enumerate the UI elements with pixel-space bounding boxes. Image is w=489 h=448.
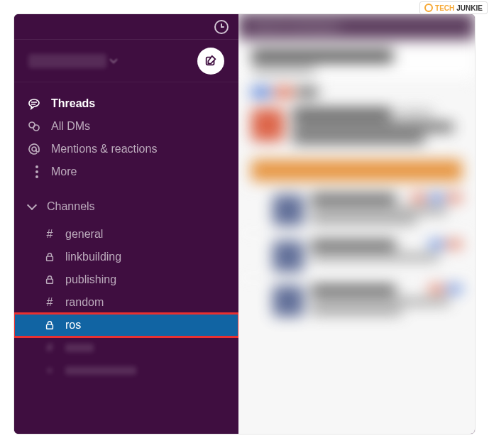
svg-rect-7 <box>47 279 53 283</box>
svg-rect-8 <box>47 324 53 329</box>
workspace-name <box>28 54 116 68</box>
tag <box>297 88 318 97</box>
nav-mentions[interactable]: Mentions & reactions <box>14 138 238 160</box>
preview-block <box>238 233 475 278</box>
nav-threads[interactable]: Threads <box>14 92 238 115</box>
channel-label: publishing <box>65 273 116 286</box>
watermark-logo <box>424 4 433 12</box>
more-icon <box>27 165 41 179</box>
preview-thumb <box>273 195 304 226</box>
channel-list: # general linkbuilding <box>14 219 238 382</box>
nav-mentions-label: Mentions & reactions <box>51 143 157 155</box>
svg-rect-6 <box>47 256 53 261</box>
channel-blurred-1[interactable]: # <box>14 337 238 359</box>
message-time <box>397 110 433 117</box>
preview-thumb <box>273 241 304 272</box>
hash-icon: # <box>44 229 55 240</box>
top-bar <box>14 14 238 40</box>
channel-label: general <box>65 228 103 241</box>
history-icon[interactable] <box>214 20 229 34</box>
svg-point-4 <box>33 125 39 131</box>
nav-threads-label: Threads <box>51 97 95 110</box>
nav-more[interactable]: More <box>14 160 238 183</box>
lock-icon <box>44 274 55 285</box>
watermark-tech: TECH <box>435 4 454 12</box>
channel-publishing[interactable]: publishing <box>14 268 238 291</box>
channel-label: linkbuilding <box>65 251 121 263</box>
orange-banner <box>251 160 462 181</box>
search-bar[interactable]: Search workspace <box>238 14 475 40</box>
thread-icon <box>27 97 41 111</box>
channel-label-blurred <box>65 366 136 375</box>
channel-label-blurred <box>65 344 94 352</box>
svg-point-5 <box>32 147 36 151</box>
preview-title <box>311 285 396 294</box>
message-body <box>292 109 462 147</box>
channel-sub-blurred <box>251 67 315 74</box>
tag <box>251 87 271 97</box>
search-placeholder: Search workspace <box>253 21 340 32</box>
workspace-header[interactable] <box>14 40 238 82</box>
at-icon <box>27 142 41 156</box>
lock-icon <box>44 251 55 263</box>
channel-random[interactable]: # random <box>14 291 238 314</box>
dm-icon <box>27 119 41 133</box>
lock-icon <box>44 319 55 331</box>
channel-title-blurred <box>251 50 393 62</box>
nav-list: Threads All DMs Mentions <box>14 82 238 183</box>
message-row <box>238 102 475 154</box>
hash-icon: # <box>44 297 55 308</box>
channel-header <box>238 40 475 80</box>
sidebar: Threads All DMs Mentions <box>14 14 238 434</box>
chevron-down-icon <box>109 55 117 63</box>
plus-icon: + <box>44 365 55 376</box>
channel-blurred-2[interactable]: + <box>14 359 238 382</box>
preview-block <box>238 278 475 324</box>
channel-label: ros <box>65 319 81 332</box>
channel-linkbuilding[interactable]: linkbuilding <box>14 246 238 268</box>
preview-thumb <box>273 285 304 317</box>
app-container: Threads All DMs Mentions <box>14 14 475 434</box>
channels-section-label: Channels <box>47 200 95 213</box>
tags-row <box>251 87 462 97</box>
watermark-junkie: JUNKIE <box>456 4 483 12</box>
preview-title <box>311 241 396 249</box>
main-blurred-content: Search workspace <box>238 14 475 434</box>
avatar <box>251 109 284 141</box>
nav-more-label: More <box>51 165 77 178</box>
watermark: TECHJUNKIE <box>419 1 488 14</box>
compose-icon <box>204 55 217 67</box>
main-area: Search workspace <box>238 14 475 434</box>
channel-ros[interactable]: ros <box>14 314 238 337</box>
compose-button[interactable] <box>197 48 224 75</box>
channel-general[interactable]: # general <box>14 223 238 246</box>
preview-block <box>238 187 475 233</box>
preview-title <box>311 195 396 203</box>
caret-down-icon <box>27 200 37 210</box>
channels-section-header[interactable]: Channels <box>14 195 238 219</box>
workspace-name-blurred <box>28 54 106 68</box>
hash-icon: # <box>44 342 55 354</box>
tag <box>274 87 294 97</box>
message-author <box>292 109 392 119</box>
channel-label: random <box>65 296 104 309</box>
nav-all-dms[interactable]: All DMs <box>14 115 238 138</box>
nav-all-dms-label: All DMs <box>51 120 90 133</box>
